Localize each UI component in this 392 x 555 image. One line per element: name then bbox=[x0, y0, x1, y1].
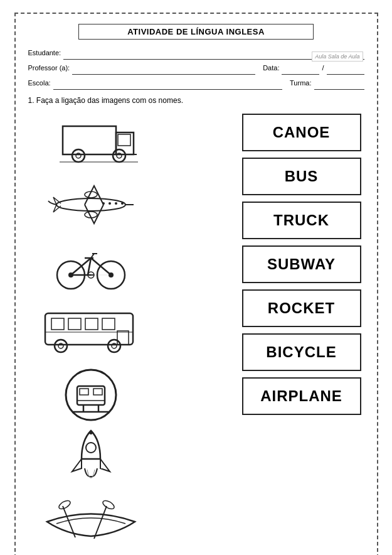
date-line bbox=[282, 66, 319, 75]
images-column bbox=[28, 114, 154, 547]
worksheet-page: ATIVIDADE DE LÍNGUA INGLESA Estudante: P… bbox=[14, 13, 378, 555]
svg-rect-33 bbox=[85, 318, 98, 330]
student-label: Estudante: bbox=[28, 46, 61, 60]
teacher-row: Professor (a): Data: / bbox=[28, 61, 364, 75]
subway-image bbox=[41, 365, 141, 421]
svg-rect-0 bbox=[63, 126, 116, 154]
worksheet-title: ATIVIDADE DE LÍNGUA INGLESA bbox=[78, 24, 314, 40]
svg-point-39 bbox=[108, 340, 120, 352]
word-box-airplane: AIRPLANE bbox=[242, 377, 361, 415]
svg-rect-31 bbox=[51, 318, 64, 330]
watermark-text: Aula Sala de Aula bbox=[315, 53, 359, 60]
word-box-bus: BUS bbox=[242, 158, 361, 195]
svg-point-50 bbox=[86, 443, 96, 453]
class-label: Turma: bbox=[290, 76, 311, 90]
svg-rect-2 bbox=[118, 134, 130, 146]
date-label: Data: bbox=[263, 61, 279, 75]
date-sep1: / bbox=[322, 61, 324, 75]
svg-point-52 bbox=[57, 499, 71, 511]
date-line2 bbox=[327, 66, 364, 75]
canoe-image bbox=[41, 490, 141, 547]
svg-point-37 bbox=[55, 340, 67, 352]
svg-point-54 bbox=[101, 499, 115, 511]
truck-image bbox=[41, 114, 141, 170]
svg-point-13 bbox=[109, 202, 111, 205]
svg-rect-1 bbox=[116, 132, 134, 154]
word-box-rocket: ROCKET bbox=[242, 289, 361, 327]
svg-point-14 bbox=[115, 202, 117, 205]
bicycle-image bbox=[41, 239, 141, 296]
svg-point-9 bbox=[56, 198, 125, 211]
watermark: Aula Sala de Aula bbox=[312, 51, 363, 62]
airplane-image bbox=[41, 176, 141, 233]
svg-point-5 bbox=[113, 149, 125, 162]
word-box-bicycle: BICYCLE bbox=[242, 333, 361, 371]
word-box-truck: TRUCK bbox=[242, 202, 361, 239]
teacher-line bbox=[72, 66, 255, 75]
svg-point-3 bbox=[72, 149, 85, 162]
svg-rect-32 bbox=[68, 318, 81, 330]
rocket-image bbox=[41, 428, 141, 484]
svg-rect-43 bbox=[80, 389, 88, 395]
word-box-subway: SUBWAY bbox=[242, 245, 361, 283]
svg-point-49 bbox=[89, 431, 93, 434]
words-column: CANOE BUS TRUCK SUBWAY ROCKET BICYCLE AI… bbox=[239, 114, 364, 415]
word-box-canoe: CANOE bbox=[242, 114, 361, 151]
class-line bbox=[314, 81, 364, 90]
school-line bbox=[53, 81, 282, 90]
school-label: Escola: bbox=[28, 76, 51, 90]
svg-point-15 bbox=[121, 202, 124, 205]
svg-line-21 bbox=[91, 258, 111, 275]
svg-point-12 bbox=[102, 202, 105, 205]
svg-rect-44 bbox=[93, 389, 102, 395]
bus-image bbox=[41, 302, 141, 358]
instruction-text: 1. Faça a ligação das imagens com os nom… bbox=[28, 96, 364, 105]
svg-rect-34 bbox=[102, 318, 115, 330]
school-row: Escola: Turma: bbox=[28, 76, 364, 90]
exercise-area: CANOE BUS TRUCK SUBWAY ROCKET BICYCLE AI… bbox=[28, 114, 364, 547]
teacher-label: Professor (a): bbox=[28, 61, 70, 75]
